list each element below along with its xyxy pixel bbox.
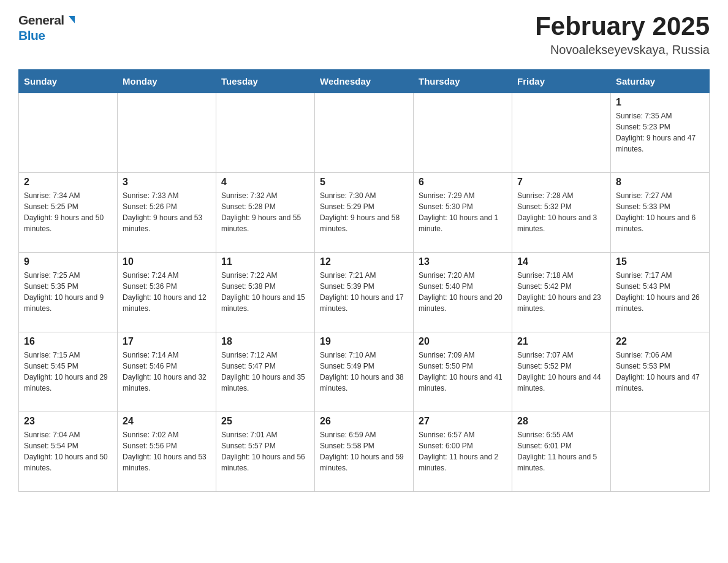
day-info: Sunrise: 6:57 AMSunset: 6:00 PMDaylight:… (419, 429, 507, 473)
col-thursday: Thursday (414, 70, 512, 93)
table-row: 7Sunrise: 7:28 AMSunset: 5:32 PMDaylight… (512, 173, 611, 253)
table-row: 3Sunrise: 7:33 AMSunset: 5:26 PMDaylight… (118, 173, 216, 253)
day-info: Sunrise: 7:09 AMSunset: 5:50 PMDaylight:… (419, 350, 507, 394)
day-number: 10 (123, 256, 211, 267)
table-row (315, 93, 414, 173)
header-right: February 2025 Novoalekseyevskaya, Russia (535, 12, 710, 57)
day-info: Sunrise: 7:33 AMSunset: 5:26 PMDaylight:… (123, 190, 211, 234)
calendar-week-5: 23Sunrise: 7:04 AMSunset: 5:54 PMDayligh… (19, 412, 710, 492)
calendar-header: Sunday Monday Tuesday Wednesday Thursday… (19, 70, 710, 93)
day-info: Sunrise: 7:02 AMSunset: 5:56 PMDaylight:… (123, 429, 211, 473)
day-number: 17 (123, 336, 211, 347)
day-number: 6 (419, 177, 507, 188)
table-row: 5Sunrise: 7:30 AMSunset: 5:29 PMDaylight… (315, 173, 414, 253)
day-number: 2 (24, 177, 112, 188)
day-number: 20 (419, 336, 507, 347)
day-info: Sunrise: 6:59 AMSunset: 5:58 PMDaylight:… (320, 429, 408, 473)
calendar-body: 1Sunrise: 7:35 AMSunset: 5:23 PMDaylight… (19, 93, 710, 492)
day-number: 24 (123, 416, 211, 427)
day-info: Sunrise: 7:01 AMSunset: 5:57 PMDaylight:… (221, 429, 309, 473)
day-number: 25 (221, 416, 309, 427)
day-info: Sunrise: 7:20 AMSunset: 5:40 PMDaylight:… (419, 270, 507, 314)
day-number: 21 (517, 336, 605, 347)
day-number: 18 (221, 336, 309, 347)
header-row: Sunday Monday Tuesday Wednesday Thursday… (19, 70, 710, 93)
table-row (118, 93, 216, 173)
day-info: Sunrise: 7:22 AMSunset: 5:38 PMDaylight:… (221, 270, 309, 314)
logo-general-text: General (18, 12, 75, 28)
day-info: Sunrise: 7:12 AMSunset: 5:47 PMDaylight:… (221, 350, 309, 394)
day-info: Sunrise: 7:10 AMSunset: 5:49 PMDaylight:… (320, 350, 408, 394)
day-info: Sunrise: 7:21 AMSunset: 5:39 PMDaylight:… (320, 270, 408, 314)
table-row: 11Sunrise: 7:22 AMSunset: 5:38 PMDayligh… (216, 253, 315, 332)
table-row (611, 412, 710, 492)
calendar-week-2: 2Sunrise: 7:34 AMSunset: 5:25 PMDaylight… (19, 173, 710, 253)
calendar-week-4: 16Sunrise: 7:15 AMSunset: 5:45 PMDayligh… (19, 332, 710, 412)
table-row: 20Sunrise: 7:09 AMSunset: 5:50 PMDayligh… (414, 332, 512, 412)
table-row: 12Sunrise: 7:21 AMSunset: 5:39 PMDayligh… (315, 253, 414, 332)
table-row: 27Sunrise: 6:57 AMSunset: 6:00 PMDayligh… (414, 412, 512, 492)
day-info: Sunrise: 7:35 AMSunset: 5:23 PMDaylight:… (616, 110, 704, 155)
table-row: 2Sunrise: 7:34 AMSunset: 5:25 PMDaylight… (19, 173, 118, 253)
table-row: 14Sunrise: 7:18 AMSunset: 5:42 PMDayligh… (512, 253, 611, 332)
day-number: 1 (616, 97, 704, 108)
calendar-subtitle: Novoalekseyevskaya, Russia (535, 43, 710, 57)
col-sunday: Sunday (19, 70, 118, 93)
table-row (512, 93, 611, 173)
table-row: 17Sunrise: 7:14 AMSunset: 5:46 PMDayligh… (118, 332, 216, 412)
day-number: 23 (24, 416, 112, 427)
col-monday: Monday (118, 70, 216, 93)
day-number: 4 (221, 177, 309, 188)
calendar-week-1: 1Sunrise: 7:35 AMSunset: 5:23 PMDaylight… (19, 93, 710, 173)
table-row: 25Sunrise: 7:01 AMSunset: 5:57 PMDayligh… (216, 412, 315, 492)
table-row (414, 93, 512, 173)
day-number: 11 (221, 256, 309, 267)
table-row: 22Sunrise: 7:06 AMSunset: 5:53 PMDayligh… (611, 332, 710, 412)
day-number: 19 (320, 336, 408, 347)
day-number: 12 (320, 256, 408, 267)
day-info: Sunrise: 7:30 AMSunset: 5:29 PMDaylight:… (320, 190, 408, 234)
table-row: 13Sunrise: 7:20 AMSunset: 5:40 PMDayligh… (414, 253, 512, 332)
calendar-week-3: 9Sunrise: 7:25 AMSunset: 5:35 PMDaylight… (19, 253, 710, 332)
day-info: Sunrise: 7:34 AMSunset: 5:25 PMDaylight:… (24, 190, 112, 234)
table-row: 28Sunrise: 6:55 AMSunset: 6:01 PMDayligh… (512, 412, 611, 492)
table-row: 8Sunrise: 7:27 AMSunset: 5:33 PMDaylight… (611, 173, 710, 253)
day-number: 28 (517, 416, 605, 427)
col-tuesday: Tuesday (216, 70, 315, 93)
table-row: 1Sunrise: 7:35 AMSunset: 5:23 PMDaylight… (611, 93, 710, 173)
table-row: 6Sunrise: 7:29 AMSunset: 5:30 PMDaylight… (414, 173, 512, 253)
day-number: 13 (419, 256, 507, 267)
table-row: 19Sunrise: 7:10 AMSunset: 5:49 PMDayligh… (315, 332, 414, 412)
day-info: Sunrise: 7:17 AMSunset: 5:43 PMDaylight:… (616, 270, 704, 314)
day-info: Sunrise: 7:28 AMSunset: 5:32 PMDaylight:… (517, 190, 605, 234)
table-row: 15Sunrise: 7:17 AMSunset: 5:43 PMDayligh… (611, 253, 710, 332)
page-header: General Blue February 2025 Novoalekseyev… (18, 12, 710, 57)
table-row (216, 93, 315, 173)
col-saturday: Saturday (611, 70, 710, 93)
table-row: 18Sunrise: 7:12 AMSunset: 5:47 PMDayligh… (216, 332, 315, 412)
day-number: 3 (123, 177, 211, 188)
day-number: 7 (517, 177, 605, 188)
table-row: 10Sunrise: 7:24 AMSunset: 5:36 PMDayligh… (118, 253, 216, 332)
calendar-table: Sunday Monday Tuesday Wednesday Thursday… (18, 69, 710, 492)
day-number: 14 (517, 256, 605, 267)
table-row: 9Sunrise: 7:25 AMSunset: 5:35 PMDaylight… (19, 253, 118, 332)
day-number: 27 (419, 416, 507, 427)
col-friday: Friday (512, 70, 611, 93)
day-number: 5 (320, 177, 408, 188)
logo: General Blue (18, 12, 75, 43)
table-row: 26Sunrise: 6:59 AMSunset: 5:58 PMDayligh… (315, 412, 414, 492)
day-number: 15 (616, 256, 704, 267)
day-info: Sunrise: 7:06 AMSunset: 5:53 PMDaylight:… (616, 350, 704, 394)
table-row: 24Sunrise: 7:02 AMSunset: 5:56 PMDayligh… (118, 412, 216, 492)
day-info: Sunrise: 7:27 AMSunset: 5:33 PMDaylight:… (616, 190, 704, 234)
table-row: 4Sunrise: 7:32 AMSunset: 5:28 PMDaylight… (216, 173, 315, 253)
table-row: 16Sunrise: 7:15 AMSunset: 5:45 PMDayligh… (19, 332, 118, 412)
day-info: Sunrise: 7:32 AMSunset: 5:28 PMDaylight:… (221, 190, 309, 234)
day-number: 22 (616, 336, 704, 347)
day-info: Sunrise: 7:07 AMSunset: 5:52 PMDaylight:… (517, 350, 605, 394)
table-row: 23Sunrise: 7:04 AMSunset: 5:54 PMDayligh… (19, 412, 118, 492)
day-number: 26 (320, 416, 408, 427)
table-row (19, 93, 118, 173)
calendar-title: February 2025 (535, 12, 710, 40)
